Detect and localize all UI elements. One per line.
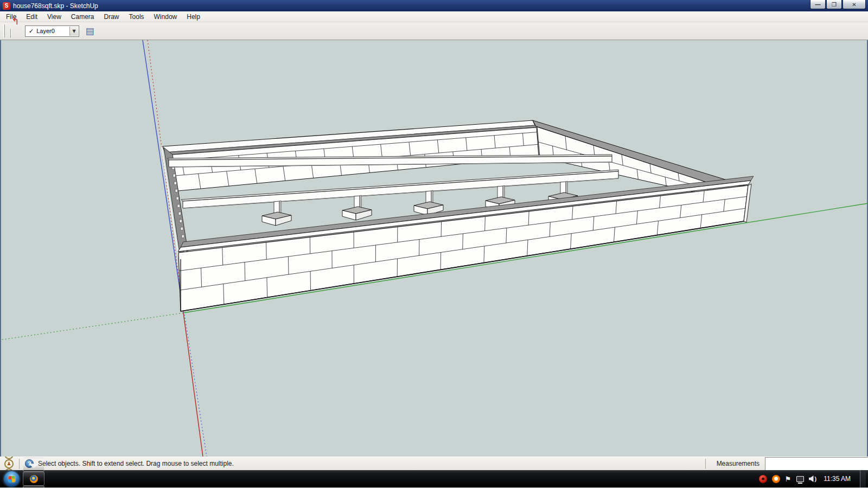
menu-tools[interactable]: Tools xyxy=(124,12,149,22)
volume-icon[interactable]: ) xyxy=(809,476,817,482)
window-title: house768sqft.skp - SketchUp xyxy=(13,2,98,10)
layer-checkmark-icon: ✓ xyxy=(29,28,34,35)
measurements-input[interactable] xyxy=(765,457,868,471)
layer-dropdown[interactable]: ✓ Layer0 ▼ xyxy=(25,25,79,37)
credit-status-icon[interactable]: ♟ xyxy=(4,459,14,468)
menu-draw[interactable]: Draw xyxy=(99,12,124,22)
layer-dropdown-value: Layer0 xyxy=(36,28,55,34)
restore-button[interactable]: ❐ xyxy=(826,0,842,9)
antivirus-tray-icon[interactable]: ✱ xyxy=(759,475,767,483)
modeling-viewport[interactable] xyxy=(0,40,868,457)
title-bar: S house768sqft.skp - SketchUp — ❐ ✕ xyxy=(0,0,868,11)
windows-flag-icon xyxy=(8,476,15,481)
clock[interactable]: 11:35 AM xyxy=(821,475,855,483)
status-message: Select objects. Shift to extend select. … xyxy=(38,460,234,467)
menu-window[interactable]: Window xyxy=(149,12,182,22)
start-button[interactable] xyxy=(4,471,20,487)
menu-view[interactable]: View xyxy=(42,12,66,22)
taskbar: ✎ ✱ ⚑ ) 11:35 AM xyxy=(0,470,868,487)
network-icon[interactable] xyxy=(796,476,804,482)
window-controls: — ❐ ✕ xyxy=(810,0,866,9)
updater-tray-icon[interactable] xyxy=(772,475,780,483)
sketchup-logo-icon: S xyxy=(3,2,10,10)
toolbar: ↖✎■●◠❒▰◎✒⇧❖↻↰↺☜⚲⊠⇩▱⌂♙◉⇓⇑❒ ✓ Layer0 ▼ ▤ xyxy=(0,22,868,40)
offset-tool-button[interactable]: ↰ xyxy=(8,14,23,29)
menu-help[interactable]: Help xyxy=(182,12,205,22)
measurements-label: Measurements xyxy=(711,460,765,467)
app-sketchup-taskbar-button[interactable]: ✎ xyxy=(23,486,44,488)
app-fox-icon xyxy=(30,461,37,468)
close-button[interactable]: ✕ xyxy=(843,0,866,9)
minimize-button[interactable]: — xyxy=(810,0,826,9)
menu-bar: FileEditViewCameraDrawToolsWindowHelp xyxy=(0,11,868,22)
layer-dropdown-arrow-icon[interactable]: ▼ xyxy=(69,27,78,36)
status-bar: ✶♟↻ ? Select objects. Shift to extend se… xyxy=(0,457,868,470)
foundation-3d-model[interactable] xyxy=(0,40,868,457)
menu-edit[interactable]: Edit xyxy=(21,12,42,22)
statusbar-divider-2 xyxy=(705,459,706,469)
layer-manager-button[interactable]: ▤ xyxy=(82,24,97,38)
menu-camera[interactable]: Camera xyxy=(66,12,99,22)
app-fox-taskbar-button[interactable] xyxy=(23,458,44,472)
toolbar-separator xyxy=(10,29,11,38)
toolbar-grip[interactable] xyxy=(3,24,5,37)
show-desktop-button[interactable] xyxy=(860,470,866,487)
system-tray: ✱ ⚑ ) 11:35 AM xyxy=(759,470,868,487)
app-firefox-taskbar-button[interactable] xyxy=(23,472,44,486)
action-center-flag-icon[interactable]: ⚑ xyxy=(785,475,792,483)
app-firefox-icon xyxy=(30,475,38,483)
